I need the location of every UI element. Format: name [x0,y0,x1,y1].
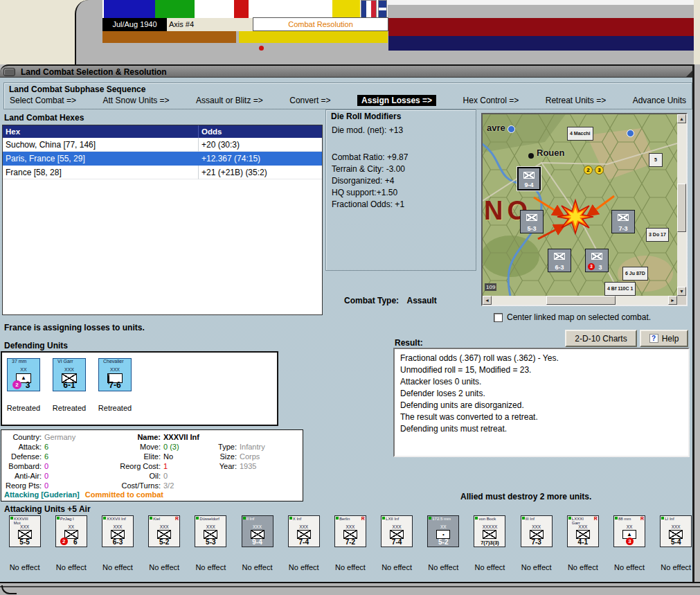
attacking-unit-counter[interactable]: Düsseldorf XXX 5-3 [195,515,226,547]
attacking-unit-counter[interactable]: LXXXI Garr R XXX 4-1 [567,515,599,547]
map-vertical-scrollbar[interactable]: ▲ ▼ [677,114,686,296]
map-air-counter[interactable]: 4 Bf 110C 1 [604,282,636,296]
result-line: Defending units must retreat. [400,423,683,435]
field-value: Germany [44,432,111,442]
unit-effect-label: No effect [56,563,87,571]
unit-size: XXX [149,524,179,529]
hex-row[interactable]: Suchow, China [77, 146] +20 (30:3) [3,138,322,152]
hexes-title: Land Combat Hexes [4,113,84,123]
map-unit-counter[interactable]: 3 3 [585,249,609,272]
step-retreat-units: Retreat Units => [546,96,606,105]
field-value: 3/2 [163,481,209,490]
unit-info-box: Country:Germany Name:XXXVII Inf Attack:6… [1,429,303,501]
attacking-unit-counter[interactable]: von Bock XXXXX 7(7)3(3) [474,515,505,547]
step-select-combat: Select Combat => [10,96,76,105]
hexes-header: Hex Odds [3,125,322,138]
hex-row-selected[interactable]: Paris, France [55, 29] +12.367 (74:15) [3,152,322,166]
attacking-unit-slot: 88 mm R XX ▲ 3 No effect [606,515,652,571]
window-icon[interactable] [3,68,15,76]
attacking-unit-counter[interactable]: Berlin R XXX 7-2 [334,515,366,547]
attacking-unit-counter[interactable]: LXII Inf XXX 7-4 [381,515,413,547]
status-pip-icon [196,517,199,519]
hex-odds: +21 (+21B) (35:2) [199,166,322,179]
map-unit-counter[interactable]: 6-3 [548,249,571,272]
field-label: Defense: [4,452,44,461]
attacking-unit-counter[interactable]: III Inf XXX 7-3 [521,515,553,547]
scroll-up-icon[interactable]: ▲ [677,114,686,123]
map-horizontal-scrollbar[interactable]: ◄ ► [483,296,677,305]
attacking-unit-counter[interactable]: PzJag I XX 2 6 [55,515,87,547]
attacking-status: Attacking [Guderian] [4,490,80,499]
field-value: Infantry [240,442,303,452]
defending-unit-counter[interactable]: 37 mm XX ▲ 2 3 [7,358,40,391]
attacking-units-title: Attacking Units +5 Air [4,504,91,514]
reorg-flag: R [175,516,179,521]
attacking-unit-counter[interactable]: 172.5 mm XX • 5-2 [427,515,459,547]
map-city-label: Rouen [537,148,564,158]
attacking-unit-slot: Kiel R XXX 5-2 No effect [141,515,188,571]
scroll-right-icon[interactable]: ► [668,296,677,305]
horizontal-scroll-thumb[interactable] [546,296,616,305]
map-city-top-label: avre [487,123,505,133]
map-air-counter[interactable]: 4 Macchi [567,127,593,141]
help-button-label: Help [662,334,679,344]
unit-status-line: Attacking [Guderian] Committed to combat [4,490,163,499]
field-value: 0 [44,461,111,471]
status-pip-icon [522,517,525,519]
attacking-unit-counter[interactable]: 88 mm R XX ▲ 3 [613,515,645,547]
phase-field[interactable]: Combat Resolution [253,17,388,31]
loss-badge: 3 [626,538,634,545]
center-map-checkbox[interactable] [494,313,503,322]
attacking-unit-slot: III Inf XXX 7-3 No effect [513,515,559,571]
screen: { "backdrop": { "date": "Jul/Aug 1940", … [0,0,700,595]
attacking-unit-counter[interactable]: XXXVIII Mot XXX 5-5 [9,515,41,547]
unit-size: XX [428,524,458,529]
map-hex-number-chip: 109 [485,283,496,291]
map-air-counter[interactable]: 6 Ju 87D [622,267,648,281]
unit-size: XXX [242,524,273,529]
unit-size: XX [56,524,87,529]
status-pip-icon [661,517,664,519]
defending-unit-counter[interactable]: Chevalier XXX 7-6 [98,358,132,391]
die-roll-modifiers-title: Die Roll Modifiers [331,112,401,121]
result-line: Defending units are disorganized. [400,400,683,411]
explosion-icon [555,196,596,238]
flag-icon [361,0,377,18]
attacking-unit-slot: LXXXI Garr R XXX 4-1 No effect [559,515,606,571]
help-button[interactable]: ? Help [640,330,688,347]
die-mod-line: Disorganized: +4 [332,175,408,187]
unit-effect-label: No effect [195,563,226,571]
field-label: Anti-Air: [4,471,44,481]
field-value: No [163,452,209,461]
map-air-counter[interactable]: 5 [649,153,663,167]
column-header-odds[interactable]: Odds [199,125,322,138]
attacking-unit-counter[interactable]: XXXVII Inf XXX 6-3 [102,515,134,547]
defending-unit-counter[interactable]: VI Garr XXX 6-1 [53,358,86,391]
unit-size: XXX [521,524,552,529]
attacking-unit-counter[interactable]: LI Inf XXX 5-4 [660,515,692,547]
attacking-unit-counter[interactable]: X Inf XXX 7-4 [288,515,320,547]
attacking-unit-counter[interactable]: II Inf XXX 9-4 [242,515,273,547]
hex-odds: +12.367 (74:15) [199,152,322,166]
column-header-hex[interactable]: Hex [3,125,199,138]
field-label: Reorg Cost: [111,461,163,471]
vertical-scroll-thumb[interactable] [677,184,686,232]
map-viewport[interactable]: avre Rouen NO 109 9-4 5-3 7-3 6-3 3 3 4 … [483,114,677,296]
step-hex-control: Hex Control => [463,96,519,105]
unit-size: XXX [99,367,131,372]
hex-odds: +20 (30:3) [199,138,322,152]
scroll-left-icon[interactable]: ◄ [483,296,492,305]
field-value: 1 [163,461,209,471]
charts-button[interactable]: 2-D-10 Charts [565,330,637,347]
scroll-down-icon[interactable]: ▼ [677,287,686,296]
unit-strength: 7-3 [521,538,552,546]
unit-info-grid: Country:Germany Name:XXXVII Inf Attack:6… [4,432,303,490]
map-air-counter[interactable]: 3 Do 17 [646,228,669,242]
combat-map-panel[interactable]: avre Rouen NO 109 9-4 5-3 7-3 6-3 3 3 4 … [481,113,688,306]
hex-row[interactable]: France [58, 28] +21 (+21B) (35:2) [3,166,322,179]
unit-strength: 6 [56,538,87,546]
field-value: 6 [44,442,111,452]
attacking-unit-counter[interactable]: Kiel R XXX 5-2 [148,515,180,547]
attacking-unit-slot: X Inf XXX 7-4 No effect [280,515,327,571]
field-label: Name: [111,432,163,442]
